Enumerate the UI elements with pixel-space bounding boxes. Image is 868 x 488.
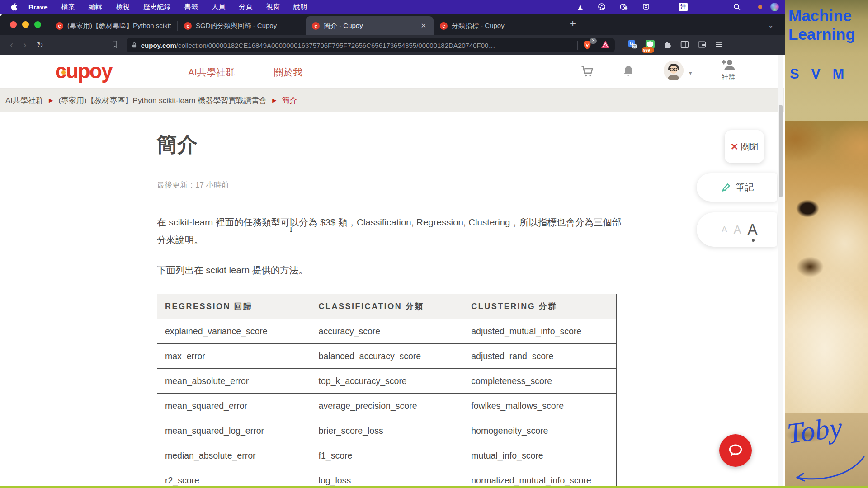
- wallet-icon[interactable]: [697, 40, 707, 51]
- page-title: 簡介: [157, 131, 198, 158]
- overlay-panel: Machine Learning S V M Toby: [785, 0, 868, 488]
- brave-shield-icon[interactable]: 3: [582, 40, 594, 51]
- avatar-dropdown-caret-icon[interactable]: ▾: [689, 70, 692, 76]
- cell: top_k_accuracy_score: [311, 369, 463, 394]
- vlc-cone-icon[interactable]: [576, 3, 584, 11]
- table-row: r2_scorelog_lossnormalized_mutual_info_s…: [157, 468, 617, 488]
- selected-dot: [752, 239, 755, 242]
- page-scrollbar[interactable]: [778, 55, 783, 488]
- font-size-large-selected[interactable]: A: [747, 221, 757, 238]
- overlay-title: Machine Learning: [788, 6, 855, 43]
- close-article-button[interactable]: ✕ 關閉: [725, 130, 764, 163]
- apple-menu-icon[interactable]: [10, 2, 18, 11]
- tab-title: (專家用)【教材專區】Python scikit-l: [67, 22, 171, 30]
- close-window-button[interactable]: [10, 21, 17, 28]
- notifications-bell-icon[interactable]: [620, 63, 637, 81]
- add-person-icon: [721, 59, 736, 70]
- browser-tab-4[interactable]: c 分類指標 - Cupoy: [434, 16, 561, 35]
- logo-dot: [61, 70, 66, 75]
- tab-title: 簡介 - Cupoy: [324, 22, 415, 30]
- scrollbar-thumb[interactable]: [779, 105, 783, 197]
- menu-item-file[interactable]: 檔案: [61, 3, 75, 11]
- cell: max_error: [157, 344, 311, 369]
- extensions-area: G文 999+: [627, 39, 723, 51]
- input-method-icon[interactable]: 注: [679, 3, 688, 11]
- screen: Brave 檔案 編輯 檢視 歷史記錄 書籤 人員 分頁 視窗 說明 ! 注: [0, 0, 868, 488]
- menu-item-history[interactable]: 歷史記錄: [143, 3, 171, 11]
- line-extension-icon[interactable]: 999+: [645, 39, 655, 51]
- browser-tab-3-active[interactable]: c 簡介 - Cupoy ✕: [306, 16, 434, 35]
- zoom-window-button[interactable]: [34, 21, 41, 28]
- menu-item-brave[interactable]: Brave: [28, 3, 48, 11]
- dog-photo: [785, 121, 868, 413]
- forward-button[interactable]: ›: [23, 40, 26, 50]
- minimize-window-button[interactable]: [22, 21, 29, 28]
- lock-icon: [131, 42, 137, 49]
- spotlight-search-icon[interactable]: [733, 3, 741, 11]
- tab-title: SGD的分類與回歸 - Cupoy: [196, 22, 299, 30]
- community-label: 社群: [721, 73, 736, 82]
- back-button[interactable]: ‹: [10, 40, 13, 50]
- community-button[interactable]: 社群: [721, 59, 736, 82]
- cell: normalized_mutual_info_score: [463, 468, 617, 488]
- activity-meter-icon[interactable]: !: [619, 3, 628, 11]
- menu-item-bookmarks[interactable]: 書籤: [184, 3, 198, 11]
- browser-menu-icon[interactable]: [714, 40, 723, 51]
- nav-about-me[interactable]: 關於我: [274, 66, 302, 79]
- window-controls: [0, 21, 49, 35]
- cell: mean_squared_log_error: [157, 418, 311, 443]
- help-chat-button[interactable]: [719, 434, 752, 467]
- close-x-icon: ✕: [731, 141, 739, 152]
- new-tab-button[interactable]: +: [570, 17, 576, 30]
- browser-toolbar: ‹ › ↻ cupoy.com/collection/00000182CE168…: [0, 35, 785, 55]
- breadcrumb-item[interactable]: (專家用)【教材專區】Python scikit-learn 機器學習實戰讀書會: [58, 95, 267, 106]
- cell: mean_absolute_error: [157, 369, 311, 394]
- intro-paragraph: 在 scikit-learn 裡面的任務類型可以分為 $3$ 類，Classif…: [157, 213, 623, 249]
- brave-rewards-triangle-icon[interactable]: [600, 40, 610, 51]
- menu-item-edit[interactable]: 編輯: [89, 3, 102, 11]
- table-row: mean_squared_log_errorbrier_score_lossho…: [157, 418, 617, 443]
- video-artifact-strip: [0, 486, 868, 488]
- font-size-medium[interactable]: A: [734, 223, 741, 236]
- menu-item-help[interactable]: 說明: [293, 3, 307, 11]
- col-header-classification: CLASSIFICATION 分類: [311, 294, 463, 319]
- cart-icon[interactable]: [580, 63, 596, 81]
- menu-item-view[interactable]: 檢視: [116, 3, 130, 11]
- menu-item-people[interactable]: 人員: [212, 3, 225, 11]
- obs-studio-icon[interactable]: [598, 3, 606, 11]
- browser-tab-2[interactable]: c SGD的分類與回歸 - Cupoy: [178, 16, 306, 35]
- address-bar[interactable]: cupoy.com/collection/00000182CE16849A000…: [127, 38, 615, 52]
- table-header-row: REGRESSION 回歸 CLASSIFICATION 分類 CLUSTERI…: [157, 294, 617, 319]
- user-avatar[interactable]: [664, 61, 684, 80]
- col-header-regression: REGRESSION 回歸: [157, 294, 311, 319]
- menu-bar-status-area: ! 注: [576, 0, 785, 14]
- note-button[interactable]: 筆記: [697, 173, 777, 202]
- translate-extension-icon[interactable]: G文: [627, 39, 637, 51]
- breadcrumb-item[interactable]: AI共學社群: [5, 95, 43, 106]
- breadcrumb-current: 簡介: [282, 95, 297, 106]
- extension-badge: 999+: [642, 47, 654, 53]
- siri-icon[interactable]: [770, 3, 779, 11]
- text-cursor: I: [290, 225, 292, 234]
- close-tab-icon[interactable]: ✕: [420, 22, 427, 30]
- menu-item-window[interactable]: 視窗: [266, 3, 280, 11]
- font-size-control[interactable]: A A A: [697, 212, 777, 247]
- svg-text:文: 文: [633, 44, 636, 48]
- browser-tab-1[interactable]: c (專家用)【教材專區】Python scikit-l: [49, 16, 177, 35]
- cell: adjusted_rand_score: [463, 344, 617, 369]
- menu-item-tabs[interactable]: 分頁: [239, 3, 253, 11]
- tab-search-chevron-icon[interactable]: ⌄: [768, 22, 774, 29]
- grid-shield-icon[interactable]: [642, 3, 650, 11]
- font-size-small[interactable]: A: [722, 225, 727, 235]
- pencil-icon: [720, 182, 732, 193]
- web-page: cupoy AI共學社群 關於我 ▾ 社群 AI共學社群 ▶ (專家用)【教材專…: [0, 55, 784, 488]
- nav-ai-community[interactable]: AI共學社群: [188, 66, 235, 79]
- tab-title: 分類指標 - Cupoy: [452, 22, 555, 30]
- cupoy-favicon: c: [312, 22, 320, 30]
- extensions-puzzle-icon[interactable]: [663, 40, 672, 51]
- cell: f1_score: [311, 443, 463, 468]
- cupoy-logo[interactable]: cupoy: [55, 59, 112, 83]
- sidebar-toggle-icon[interactable]: [680, 40, 689, 51]
- reload-button[interactable]: ↻: [37, 40, 43, 50]
- bookmark-icon[interactable]: [111, 40, 118, 51]
